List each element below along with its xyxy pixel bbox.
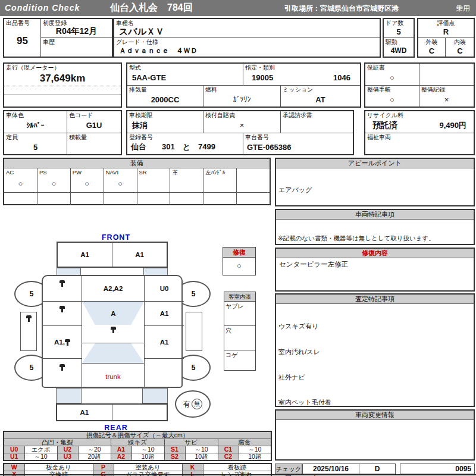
warranty-cell: 保証書 ○ [365, 64, 419, 86]
legend-code: K [182, 464, 203, 471]
legend-group-dent: 凸凹・亀裂 [4, 439, 111, 446]
change-info-title: 車両変更情報 [276, 411, 474, 420]
equipment-cell-sr: SR [137, 168, 171, 192]
rear-window-glass [82, 343, 144, 363]
fuel-value: ｶﾞｿﾘﾝ [203, 92, 280, 107]
inspection-value: 抹消 [127, 118, 203, 133]
rear-pillar-right [142, 388, 168, 403]
legend-code: U1 [4, 453, 24, 461]
brand-logo-text: Condition Check [5, 3, 80, 12]
assessment-item: 室内ペット毛付着 [278, 398, 471, 406]
model-value: スバルＸＶ [114, 26, 380, 37]
vehicle-notes-title: 車両特記事項 [276, 210, 474, 220]
equipment-value [137, 175, 170, 192]
appeal-box: アピールポイント エアバッグ ABS プッシュスタート フロントパワーシート E… [275, 158, 475, 206]
right-front-fender: U0 [145, 276, 184, 302]
rear-bumper: A1 [56, 403, 168, 421]
check-grade: D [359, 464, 395, 474]
drive-value: 4WD [384, 45, 414, 57]
maintenance-book-value: ○ [365, 92, 419, 107]
trunk-label: trunk [105, 373, 121, 380]
bottom-rule [0, 474, 476, 475]
rear-bumper-right-panel [112, 405, 167, 420]
lot-number-cell: 出品番号 95 [4, 19, 41, 57]
rear-window [82, 343, 145, 363]
chassis-cell: 車台番号 GTE-065386 [243, 133, 353, 154]
rear-pillar-left [56, 388, 82, 403]
equipment-cell-ps: PS ○ [37, 168, 71, 192]
class-value-1: 19005 [252, 73, 273, 82]
displacement-cell: 排気量 2000CC [127, 86, 203, 107]
top-header-bar: Condition Check 仙台入札会 784回 引取場所：宮城県仙台市宮城… [0, 0, 476, 16]
assessment-title: 査定特記事項 [276, 295, 474, 304]
legend-value: ～10 [185, 446, 218, 453]
class-cell: 指定・類別 19005 1046 [243, 64, 360, 86]
reg-no-value: 仙台 301 と 7499 [127, 140, 243, 154]
car-body: A1, A2,A2 A trunk U0 [42, 275, 183, 388]
front-label: FRONT [90, 233, 142, 242]
legend-value: ～20 [78, 446, 111, 453]
load-value [67, 140, 121, 154]
equipment-cell-navi: NAVI ○ [104, 168, 137, 192]
legend-code: W [4, 464, 24, 471]
grade-cell: グレード・仕様 Ａｄｖａｎｃｅ ４ＷＤ [114, 38, 380, 57]
legend-code: U3 [57, 453, 78, 461]
color-box: 車体色 ｼﾙﾊﾞｰ 色コード G1U 定員 5 積載量 [3, 110, 122, 155]
tire-size: 5 [192, 364, 196, 372]
legend-code: C2 [218, 453, 239, 461]
legend-value: 看板跡 [203, 464, 271, 471]
front-bumper: A1 A1 [57, 242, 168, 268]
equipment-value [203, 175, 236, 192]
damage-code: U0 [160, 285, 169, 292]
legend-code: P [93, 464, 114, 471]
type-value: 5AA-GTE [127, 70, 243, 85]
legend-code: C1 [218, 446, 239, 453]
damage-code: A2,A2 [104, 285, 123, 292]
legend-value: 10超 [185, 453, 218, 461]
repair-mark-icon [60, 280, 65, 287]
warranty-value: ○ [365, 70, 419, 85]
history-cell: 車歴 [41, 38, 112, 57]
load-cell: 積載量 [67, 133, 121, 154]
legend-value: 20超 [78, 453, 111, 461]
score-cell: 評価点 R [418, 19, 474, 38]
history-value [41, 45, 112, 57]
welfare-value [365, 140, 474, 154]
equipment-cell-pw: PW ○ [71, 168, 104, 192]
capacity-value: 5 [4, 140, 67, 154]
drive-cell: 駆動 4WD [384, 38, 414, 57]
assessment-item: 社外ナビ [278, 373, 471, 381]
legend-code: A2 [111, 453, 131, 461]
equipment-title: 装備 [4, 159, 270, 168]
legend-value: 10超 [239, 453, 271, 461]
rear-bumper-left-panel: A1 [57, 405, 112, 420]
type-box: 型式 5AA-GTE 指定・類別 19005 1046 排気量 2000CC 燃… [126, 62, 361, 108]
damage-code: A1 [80, 251, 89, 258]
legend-group-scratch: 線キズ [111, 439, 164, 446]
damage-legend: 損傷記号＆損傷サイズ（～最大cm） 凸凹・亀裂 線キズ サビ 腐食 U0 エクボ… [3, 431, 272, 476]
check-label: チェック [275, 464, 302, 474]
capacity-cell: 定員 5 [4, 133, 67, 154]
legend-code: U0 [4, 446, 24, 453]
damage-code: A1, [54, 339, 65, 346]
equipment-value: ○ [4, 175, 37, 192]
divider [4, 95, 121, 95]
inspection-cell: 車検期限 抹消 [127, 111, 203, 133]
left-front-door [43, 302, 82, 326]
maintenance-record-cell: 整備記録 × [419, 86, 474, 107]
type-cell: 型式 5AA-GTE [127, 64, 243, 86]
damage-diagram: FRONT 5 5 5 5 A1 A1 A1, [0, 231, 274, 436]
interior-cell: 内装 C [446, 38, 474, 57]
damage-code: A1 [135, 251, 144, 258]
legend-value: ～10 [131, 446, 164, 453]
right-rear-fender [145, 359, 184, 389]
repair-mark-icon [60, 364, 65, 371]
repair-flag-box: 修復 ○ [223, 247, 256, 275]
presence-yes: 有 [183, 399, 190, 409]
mileage-label: 走行（現メーター） [4, 64, 121, 71]
presence-no-circled: 無 [192, 399, 202, 409]
rear-panel-center [82, 388, 142, 403]
equipment-cell-ac: AC ○ [4, 168, 37, 192]
repair-detail-content: センターピラー左修正 [276, 258, 474, 271]
legend-value: 10超 [131, 453, 164, 461]
